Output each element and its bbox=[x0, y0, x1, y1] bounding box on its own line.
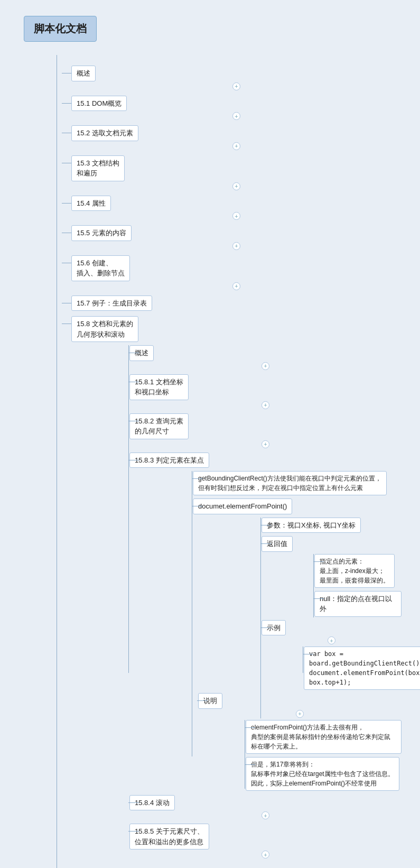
ret-hline bbox=[260, 543, 271, 544]
hline-9 bbox=[62, 324, 71, 324]
node-overview: 概述 + bbox=[71, 66, 402, 90]
node-select: 15.2 选取文档元素 + bbox=[71, 125, 402, 150]
node-struct: 15.3 文档结构 和遍历 + bbox=[71, 155, 402, 190]
expand-5[interactable]: + bbox=[71, 212, 402, 220]
expand-circle-2[interactable]: + bbox=[232, 112, 240, 120]
param-node: 参数：视口X坐标, 视口Y坐标 bbox=[262, 518, 402, 533]
example-node: 示例 + bbox=[262, 620, 402, 690]
ret-node: 返回值 指定点的元素： 最上面，z-index最大； bbox=[262, 536, 402, 617]
sub-expand-2[interactable]: + bbox=[129, 401, 402, 409]
note-hline bbox=[197, 700, 208, 701]
ex-expand[interactable]: + bbox=[262, 636, 402, 644]
expand-7[interactable]: + bbox=[71, 282, 402, 290]
ex-vline bbox=[303, 647, 303, 673]
sub-geom-size-box: 15.8.2 查询元素 的几何尺寸 bbox=[129, 413, 189, 439]
ret-val2: null：指定的点在视口以外 bbox=[314, 591, 402, 617]
sub-expand-circle-3[interactable]: + bbox=[262, 440, 269, 448]
sub-expand-6[interactable]: + bbox=[129, 851, 402, 858]
note-vline bbox=[245, 720, 245, 789]
node-geom-box: 15.8 文档和元素的 几何形状和滚动 bbox=[71, 316, 138, 342]
node-attr-box: 15.4 属性 bbox=[71, 196, 111, 211]
sub-hline-5 bbox=[128, 802, 139, 803]
node-toc-box: 15.7 例子：生成目录表 bbox=[71, 296, 152, 311]
nv1-hline bbox=[245, 727, 255, 728]
note-expand[interactable]: + bbox=[198, 710, 402, 718]
hline-5 bbox=[62, 203, 71, 204]
hline-2 bbox=[62, 103, 71, 104]
nv2-hline bbox=[245, 764, 255, 765]
ex-subtree: var box = board.getBoundingClientRect();… bbox=[262, 647, 402, 690]
expand-circle-7[interactable]: + bbox=[232, 282, 240, 290]
node-content: 15.5 元素的内容 + bbox=[71, 225, 402, 250]
expand-2[interactable]: + bbox=[71, 112, 402, 120]
sub-hline-3 bbox=[128, 421, 139, 421]
main-vline bbox=[57, 55, 57, 868]
expand-3[interactable]: + bbox=[71, 142, 402, 150]
expand-4[interactable]: + bbox=[71, 182, 402, 190]
sub-scroll: 15.8.4 滚动 + bbox=[129, 795, 402, 820]
hline-3 bbox=[62, 133, 71, 133]
note-node: 说明 + bbox=[193, 693, 402, 791]
desc2-hline bbox=[192, 506, 202, 506]
page-wrapper: 脚本化文档 概述 + 15.1 DOM概览 + bbox=[11, 11, 409, 868]
rv1-hline bbox=[313, 561, 324, 562]
root-title: 脚本化文档 bbox=[24, 16, 97, 42]
sub-expand-5[interactable]: + bbox=[129, 811, 402, 819]
sub-expand-circle-2[interactable]: + bbox=[262, 401, 269, 409]
node-dom-box: 15.1 DOM概览 bbox=[71, 96, 127, 112]
sub-doc-coord-box: 15.8.1 文档坐标 和视口坐标 bbox=[129, 374, 189, 400]
sub-vline bbox=[128, 345, 129, 673]
hline-4 bbox=[62, 163, 71, 163]
geom-subtree: 概述 + 15.8.1 文档坐标 和视口坐标 + bbox=[71, 345, 402, 858]
at-point-subtree: getBoundingClientRect()方法使我们能在视口中判定元素的位置… bbox=[129, 471, 402, 791]
sub-more-info: 15.8.5 关于元素尺寸、 位置和溢出的更多信息 + bbox=[129, 824, 402, 858]
ex-code-node: var box = board.getBoundingClientRect();… bbox=[304, 647, 402, 690]
node-select-box: 15.2 选取文档元素 bbox=[71, 125, 138, 141]
ret-subtree: 指定点的元素： 最上面，z-index最大； 最里面，嵌套得最深的。 null：… bbox=[262, 554, 402, 617]
node-content-box: 15.5 元素的内容 bbox=[71, 225, 132, 241]
expand-circle-4[interactable]: + bbox=[232, 182, 240, 190]
ret-vline bbox=[313, 554, 314, 617]
hline-6 bbox=[62, 233, 71, 233]
sub-hline-4 bbox=[128, 460, 139, 460]
expand-6[interactable]: + bbox=[71, 242, 402, 250]
desc1-node: getBoundingClientRect()方法使我们能在视口中判定元素的位置… bbox=[193, 471, 402, 495]
expand-circle-1[interactable]: + bbox=[232, 82, 240, 90]
sub-expand-1[interactable]: + bbox=[129, 362, 402, 370]
note-val1-box: elementFromPoint()方法看上去很有用， 典型的案例是将鼠标指针的… bbox=[246, 720, 402, 754]
expand-1[interactable]: + bbox=[71, 82, 402, 90]
expand-circle-6[interactable]: + bbox=[232, 242, 240, 250]
desc1-box: getBoundingClientRect()方法使我们能在视口中判定元素的位置… bbox=[193, 471, 387, 495]
sub-hline-2 bbox=[128, 382, 139, 382]
desc2-node: documet.elementFromPoint() bbox=[193, 498, 402, 514]
sub2-vline bbox=[192, 471, 192, 756]
note-subtree: elementFromPoint()方法看上去很有用， 典型的案例是将鼠标指针的… bbox=[198, 720, 402, 791]
ex-code-hline bbox=[303, 654, 313, 654]
sub-at-point-box: 15.8.3 判定元素在某点 bbox=[129, 453, 209, 468]
desc1-hline bbox=[192, 478, 202, 479]
ret-val2-box: null：指定的点在视口以外 bbox=[314, 591, 402, 617]
sub-expand-3[interactable]: + bbox=[129, 440, 402, 448]
note-val1: elementFromPoint()方法看上去很有用， 典型的案例是将鼠标指针的… bbox=[246, 720, 402, 754]
desc2-box: documet.elementFromPoint() bbox=[193, 498, 292, 514]
hline-8 bbox=[62, 303, 71, 303]
ret-val1: 指定点的元素： 最上面，z-index最大； 最里面，嵌套得最深的。 bbox=[314, 554, 402, 588]
sub-expand-circle-1[interactable]: + bbox=[262, 362, 269, 370]
node-dom: 15.1 DOM概览 + bbox=[71, 96, 402, 121]
hline-7 bbox=[62, 263, 71, 263]
hline-1 bbox=[62, 73, 71, 73]
note-val2: 但是，第17章将将到： 鼠标事件对象已经在target属性中包含了这些信息。 因… bbox=[246, 757, 402, 791]
sub-geom-size: 15.8.2 查询元素 的几何尺寸 + bbox=[129, 413, 402, 448]
expand-circle-3[interactable]: + bbox=[232, 142, 240, 150]
node-overview-box: 概述 bbox=[71, 66, 96, 81]
node-toc: 15.7 例子：生成目录表 bbox=[71, 296, 402, 311]
ex-hline bbox=[260, 627, 271, 628]
sub-hline-1 bbox=[128, 353, 139, 353]
expand-circle-5[interactable]: + bbox=[232, 212, 240, 220]
node-create: 15.6 创建、 插入、删除节点 + bbox=[71, 255, 402, 290]
ret-val1-box: 指定点的元素： 最上面，z-index最大； 最里面，嵌套得最深的。 bbox=[314, 554, 395, 588]
param-subtree: 参数：视口X坐标, 视口Y坐标 返回值 bbox=[193, 518, 402, 690]
level1-list: 概述 + 15.1 DOM概览 + 15.2 选取文档元素 + bbox=[24, 66, 402, 868]
param-box: 参数：视口X坐标, 视口Y坐标 bbox=[262, 518, 361, 533]
node-attr: 15.4 属性 + bbox=[71, 196, 402, 220]
